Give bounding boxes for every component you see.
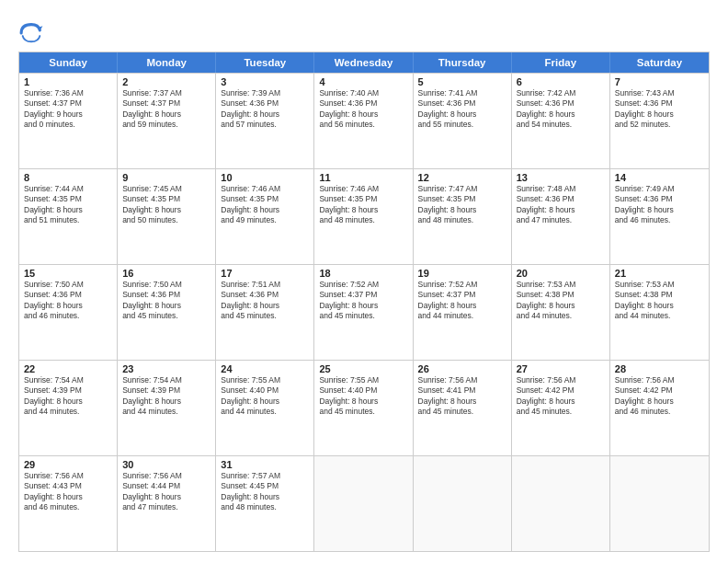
day-info-line: Daylight: 8 hours [24, 301, 112, 311]
calendar-body: 1Sunrise: 7:36 AMSunset: 4:37 PMDaylight… [19, 73, 709, 551]
day-info-line: Daylight: 8 hours [24, 396, 112, 407]
day-cell-11: 11Sunrise: 7:46 AMSunset: 4:35 PMDayligh… [314, 169, 413, 264]
day-info-line: Sunrise: 7:57 AM [221, 471, 309, 481]
day-number: 29 [24, 459, 112, 470]
day-number: 22 [24, 363, 112, 374]
day-cell-4: 4Sunrise: 7:40 AMSunset: 4:36 PMDaylight… [314, 74, 413, 168]
day-info-line: Sunset: 4:35 PM [122, 194, 210, 204]
calendar-header-row: SundayMondayTuesdayWednesdayThursdayFrid… [19, 52, 709, 73]
day-info-line: and 48 minutes. [221, 502, 309, 512]
day-info-line: Sunrise: 7:53 AM [615, 280, 704, 290]
day-info-line: Sunset: 4:40 PM [319, 385, 407, 396]
day-cell-2: 2Sunrise: 7:37 AMSunset: 4:37 PMDaylight… [118, 74, 216, 168]
day-info: Sunrise: 7:56 AMSunset: 4:43 PMDaylight:… [24, 471, 112, 513]
day-info-line: and 45 minutes. [418, 407, 506, 417]
day-number: 10 [221, 172, 309, 183]
day-info-line: and 45 minutes. [319, 407, 407, 417]
day-info-line: Sunrise: 7:44 AM [24, 184, 112, 194]
day-info-line: Sunset: 4:36 PM [517, 194, 605, 204]
day-cell-21: 21Sunrise: 7:53 AMSunset: 4:38 PMDayligh… [610, 265, 709, 360]
day-info-line: Daylight: 8 hours [319, 205, 407, 215]
day-info-line: Sunrise: 7:36 AM [24, 88, 112, 98]
day-info: Sunrise: 7:55 AMSunset: 4:40 PMDaylight:… [319, 375, 407, 418]
day-info: Sunrise: 7:49 AMSunset: 4:36 PMDaylight:… [615, 184, 704, 226]
day-info-line: Daylight: 8 hours [517, 301, 605, 311]
day-number: 28 [615, 363, 704, 374]
day-info: Sunrise: 7:42 AMSunset: 4:36 PMDaylight:… [517, 88, 605, 131]
day-info-line: Daylight: 8 hours [615, 205, 704, 215]
day-info-line: Daylight: 8 hours [122, 492, 210, 502]
day-number: 18 [319, 268, 407, 279]
day-info: Sunrise: 7:50 AMSunset: 4:36 PMDaylight:… [122, 280, 210, 322]
day-cell-27: 27Sunrise: 7:56 AMSunset: 4:42 PMDayligh… [512, 361, 610, 455]
day-cell-14: 14Sunrise: 7:49 AMSunset: 4:36 PMDayligh… [610, 169, 709, 264]
day-info-line: Daylight: 8 hours [122, 301, 210, 311]
day-number: 8 [24, 172, 112, 183]
day-number: 15 [24, 268, 112, 279]
day-info-line: Sunrise: 7:56 AM [418, 375, 506, 385]
day-info-line: Sunset: 4:35 PM [24, 194, 112, 204]
week-row-2: 8Sunrise: 7:44 AMSunset: 4:35 PMDaylight… [19, 168, 709, 264]
day-info: Sunrise: 7:50 AMSunset: 4:36 PMDaylight:… [24, 280, 112, 322]
day-info-line: Daylight: 8 hours [319, 109, 407, 120]
page: SundayMondayTuesdayWednesdayThursdayFrid… [0, 0, 728, 563]
day-number: 25 [319, 363, 407, 374]
day-info-line: and 45 minutes. [517, 407, 605, 417]
day-info: Sunrise: 7:56 AMSunset: 4:44 PMDaylight:… [122, 471, 210, 513]
day-info-line: Daylight: 8 hours [122, 396, 210, 407]
day-info-line: Sunrise: 7:53 AM [517, 280, 605, 290]
day-info-line: Sunrise: 7:52 AM [319, 280, 407, 290]
logo [18, 20, 48, 46]
day-info-line: Daylight: 8 hours [122, 109, 210, 120]
day-cell-5: 5Sunrise: 7:41 AMSunset: 4:36 PMDaylight… [414, 74, 512, 168]
day-info-line: Sunrise: 7:42 AM [517, 88, 605, 98]
day-info-line: Sunrise: 7:52 AM [418, 280, 506, 290]
day-cell-9: 9Sunrise: 7:45 AMSunset: 4:35 PMDaylight… [118, 169, 216, 264]
empty-cell-4-3 [314, 456, 413, 551]
day-number: 17 [221, 268, 309, 279]
day-info-line: Sunrise: 7:56 AM [122, 471, 210, 481]
day-number: 20 [517, 268, 605, 279]
empty-cell-4-6 [610, 456, 709, 551]
weekday-header-wednesday: Wednesday [314, 52, 413, 73]
day-info-line: Sunset: 4:37 PM [122, 98, 210, 109]
day-info-line: Daylight: 8 hours [517, 205, 605, 215]
day-info-line: Sunrise: 7:37 AM [122, 88, 210, 98]
day-info-line: Sunrise: 7:48 AM [517, 184, 605, 194]
day-info-line: Sunset: 4:41 PM [418, 385, 506, 396]
day-info: Sunrise: 7:46 AMSunset: 4:35 PMDaylight:… [319, 184, 407, 226]
day-info-line: Sunset: 4:37 PM [319, 290, 407, 300]
day-info-line: Daylight: 8 hours [221, 205, 309, 215]
day-info-line: Sunset: 4:39 PM [24, 385, 112, 396]
day-number: 11 [319, 172, 407, 183]
day-info-line: and 48 minutes. [418, 215, 506, 225]
day-number: 16 [122, 268, 210, 279]
day-info-line: and 45 minutes. [122, 311, 210, 321]
day-info-line: and 47 minutes. [122, 502, 210, 512]
day-info-line: Sunrise: 7:46 AM [221, 184, 309, 194]
day-info-line: Sunset: 4:36 PM [221, 290, 309, 300]
day-info: Sunrise: 7:44 AMSunset: 4:35 PMDaylight:… [24, 184, 112, 226]
day-info: Sunrise: 7:41 AMSunset: 4:36 PMDaylight:… [418, 88, 506, 131]
day-cell-13: 13Sunrise: 7:48 AMSunset: 4:36 PMDayligh… [512, 169, 610, 264]
day-info-line: Sunrise: 7:45 AM [122, 184, 210, 194]
day-info-line: and 48 minutes. [319, 215, 407, 225]
day-cell-29: 29Sunrise: 7:56 AMSunset: 4:43 PMDayligh… [19, 456, 118, 551]
day-info-line: Daylight: 8 hours [24, 492, 112, 502]
day-info: Sunrise: 7:54 AMSunset: 4:39 PMDaylight:… [24, 375, 112, 418]
day-cell-16: 16Sunrise: 7:50 AMSunset: 4:36 PMDayligh… [118, 265, 216, 360]
day-info-line: Daylight: 8 hours [517, 396, 605, 407]
day-info-line: Sunrise: 7:39 AM [221, 88, 309, 98]
day-info-line: Daylight: 8 hours [319, 301, 407, 311]
day-info-line: Daylight: 8 hours [319, 396, 407, 407]
day-info-line: Sunset: 4:36 PM [319, 98, 407, 109]
day-info: Sunrise: 7:54 AMSunset: 4:39 PMDaylight:… [122, 375, 210, 418]
day-cell-30: 30Sunrise: 7:56 AMSunset: 4:44 PMDayligh… [118, 456, 216, 551]
day-info-line: Sunset: 4:40 PM [221, 385, 309, 396]
day-number: 27 [517, 363, 605, 374]
weekday-header-thursday: Thursday [414, 52, 512, 73]
empty-cell-4-5 [512, 456, 610, 551]
day-info-line: and 55 minutes. [418, 120, 506, 130]
day-info-line: Sunset: 4:37 PM [24, 98, 112, 109]
day-cell-8: 8Sunrise: 7:44 AMSunset: 4:35 PMDaylight… [19, 169, 118, 264]
